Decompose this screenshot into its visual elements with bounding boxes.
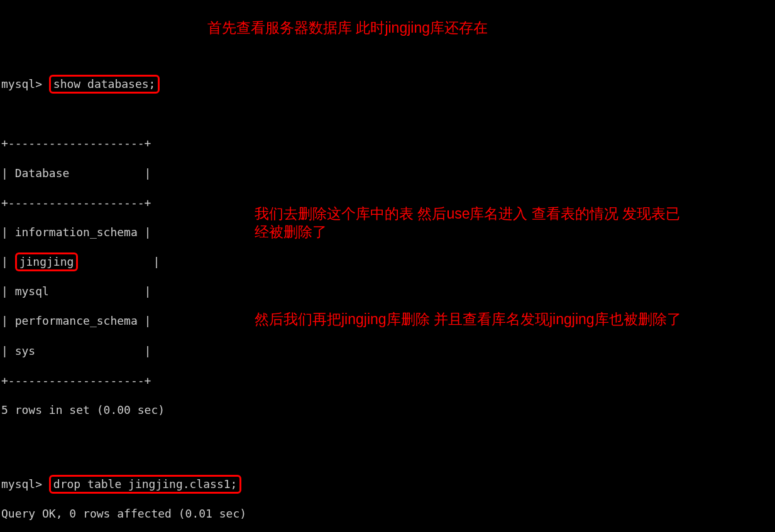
tbl1-row-1: | jingjing | [1,254,774,269]
tbl1-row1-open: | [1,255,15,268]
tbl1-sep-bot: +--------------------+ [1,373,774,388]
tbl1-row1-close: | [78,255,160,268]
tbl1-row-4: | sys | [1,344,774,359]
annotation-3: 然后我们再把jingjing库删除 并且查看库名发现jingjing库也被删除了 [255,310,774,328]
annotation-1: 首先查看服务器数据库 此时jingjing库还存在 [207,19,597,37]
highlight-cmd-drop-table: drop table jingjing.class1; [49,475,242,494]
rows-in-set-1: 5 rows in set (0.00 sec) [1,403,774,418]
highlight-cmd-show-databases-1: show databases; [49,75,160,94]
prompt: mysql> [1,477,49,491]
prompt: mysql> [1,77,49,90]
query-ok-1: Query OK, 0 rows affected (0.01 sec) [1,506,774,521]
tbl1-row-2: | mysql | [1,284,774,299]
tbl1-head: | Database | [1,166,774,181]
prompt-line-drop-table: mysql> drop table jingjing.class1; [1,477,774,492]
annotation-2: 我们去删除这个库中的表 然后use库名进入 查看表的情况 发现表已经被删除了 [255,205,682,241]
tbl1-sep-top: +--------------------+ [1,136,774,151]
highlight-db-jingjing: jingjing [15,252,79,271]
prompt-line-show-databases-1: mysql> show databases; [1,77,774,92]
